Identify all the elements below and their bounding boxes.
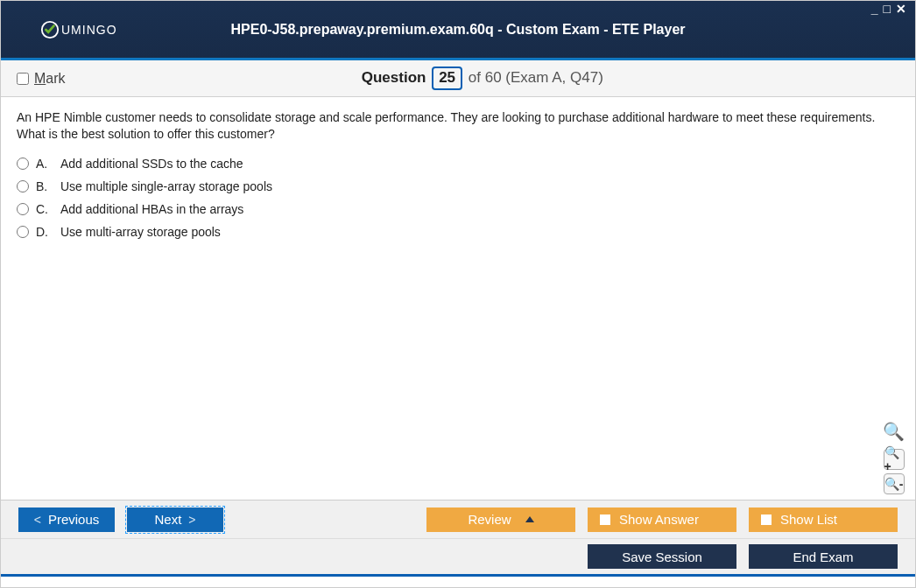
save-session-label: Save Session bbox=[622, 550, 702, 564]
logo: UMINGO bbox=[40, 20, 117, 39]
mark-checkbox-input[interactable] bbox=[17, 73, 29, 85]
option-d-radio[interactable] bbox=[17, 226, 29, 238]
previous-label: Previous bbox=[48, 512, 99, 527]
question-header: Mark Question 25 of 60 (Exam A, Q47) bbox=[1, 60, 915, 97]
chevron-left-icon: < bbox=[34, 513, 41, 527]
review-label: Review bbox=[468, 512, 511, 527]
question-text: An HPE Nimble customer needs to consolid… bbox=[17, 109, 899, 143]
logo-text: UMINGO bbox=[61, 23, 117, 37]
option-a-radio[interactable] bbox=[17, 158, 29, 170]
question-content: An HPE Nimble customer needs to consolid… bbox=[1, 97, 915, 500]
footer-nav: < Previous Next > Review Show Answer Sho… bbox=[1, 500, 915, 538]
option-letter: A. bbox=[36, 157, 53, 171]
option-a[interactable]: A. Add additional SSDs to the cache bbox=[17, 157, 899, 171]
question-label: Question bbox=[362, 69, 426, 86]
next-label: Next bbox=[154, 512, 181, 527]
checkmark-circle-icon bbox=[40, 20, 60, 39]
option-letter: B. bbox=[36, 179, 53, 193]
zoom-controls: 🔍 🔍+ 🔍- bbox=[883, 421, 905, 494]
close-icon[interactable]: ✕ bbox=[896, 3, 906, 15]
save-session-button[interactable]: Save Session bbox=[588, 544, 736, 569]
show-list-button[interactable]: Show List bbox=[749, 508, 898, 532]
option-text: Use multiple single-array storage pools bbox=[60, 179, 272, 193]
window-title: HPE0-J58.prepaway.premium.exam.60q - Cus… bbox=[1, 22, 915, 38]
previous-button[interactable]: < Previous bbox=[18, 508, 115, 532]
end-exam-label: End Exam bbox=[793, 550, 853, 564]
title-bar: UMINGO HPE0-J58.prepaway.premium.exam.60… bbox=[1, 1, 915, 60]
maximize-icon[interactable]: □ bbox=[884, 3, 891, 15]
zoom-in-button[interactable]: 🔍+ bbox=[884, 449, 905, 470]
question-total: of 60 (Exam A, Q47) bbox=[469, 69, 603, 86]
option-b[interactable]: B. Use multiple single-array storage poo… bbox=[17, 179, 899, 193]
mark-label: Mark bbox=[34, 71, 66, 87]
window-controls: _ □ ✕ bbox=[871, 3, 906, 15]
option-c-radio[interactable] bbox=[17, 203, 29, 215]
checkbox-icon bbox=[761, 514, 772, 525]
review-button[interactable]: Review bbox=[426, 508, 575, 532]
chevron-right-icon: > bbox=[188, 513, 195, 527]
option-c[interactable]: C. Add additional HBAs in the arrays bbox=[17, 202, 899, 216]
footer-actions: Save Session End Exam bbox=[1, 538, 915, 577]
option-letter: C. bbox=[36, 202, 53, 216]
options-list: A. Add additional SSDs to the cache B. U… bbox=[17, 157, 899, 239]
show-list-label: Show List bbox=[780, 512, 837, 527]
option-text: Add additional HBAs in the arrays bbox=[60, 202, 243, 216]
triangle-up-icon bbox=[525, 516, 534, 522]
search-icon[interactable]: 🔍 bbox=[883, 421, 905, 442]
mark-checkbox[interactable]: Mark bbox=[17, 71, 66, 87]
show-answer-button[interactable]: Show Answer bbox=[588, 508, 736, 532]
option-text: Add additional SSDs to the cache bbox=[60, 157, 243, 171]
option-b-radio[interactable] bbox=[17, 180, 29, 192]
question-position: Question 25 of 60 (Exam A, Q47) bbox=[66, 66, 899, 89]
minimize-icon[interactable]: _ bbox=[871, 3, 878, 15]
option-letter: D. bbox=[36, 225, 53, 239]
zoom-out-button[interactable]: 🔍- bbox=[884, 473, 905, 494]
option-d[interactable]: D. Use multi-array storage pools bbox=[17, 225, 899, 239]
end-exam-button[interactable]: End Exam bbox=[749, 544, 898, 569]
checkbox-icon bbox=[600, 514, 610, 525]
next-button[interactable]: Next > bbox=[127, 508, 223, 532]
show-answer-label: Show Answer bbox=[619, 512, 699, 527]
option-text: Use multi-array storage pools bbox=[60, 225, 221, 239]
question-number: 25 bbox=[432, 66, 462, 89]
